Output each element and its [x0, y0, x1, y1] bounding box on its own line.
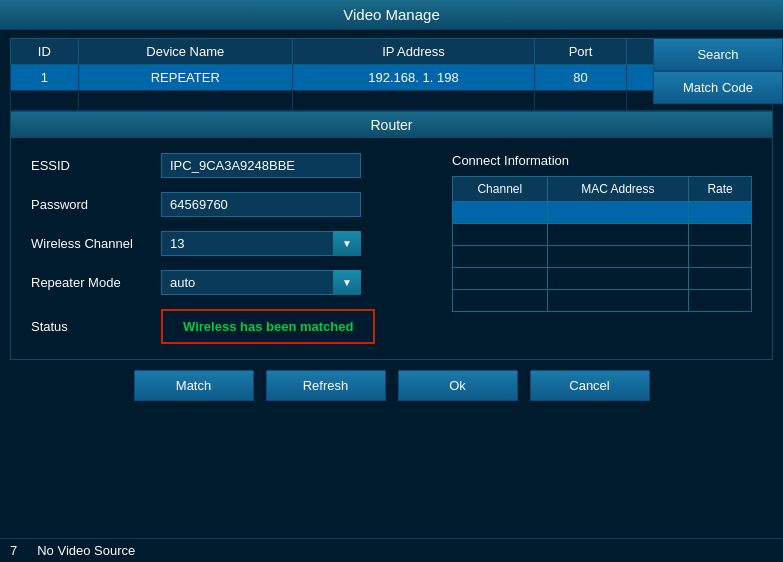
ok-button[interactable]: Ok	[398, 370, 518, 401]
connect-rate-3	[689, 246, 752, 268]
device-port: 80	[535, 65, 627, 91]
refresh-button[interactable]: Refresh	[266, 370, 386, 401]
match-button[interactable]: Match	[134, 370, 254, 401]
router-body: ESSID Password Wireless Channel 13 ▼ Rep…	[11, 138, 772, 359]
essid-row: ESSID	[31, 153, 432, 178]
top-right-buttons: Search Match Code	[653, 38, 783, 104]
connect-table: Channel MAC Address Rate	[452, 176, 752, 312]
password-row: Password	[31, 192, 432, 217]
status-label: Status	[31, 319, 161, 334]
router-section: Router ESSID Password Wireless Channel 1…	[10, 111, 773, 360]
channel-label: Wireless Channel	[31, 236, 161, 251]
footer-row: 7 No Video Source	[0, 538, 783, 562]
connect-row-1	[453, 202, 752, 224]
connect-info: Connect Information Channel MAC Address …	[452, 153, 752, 344]
repeater-select-wrapper: auto manual ▼	[161, 270, 361, 295]
title-text: Video Manage	[343, 6, 439, 23]
connect-channel-3	[453, 246, 548, 268]
footer-status: No Video Source	[37, 543, 135, 558]
connect-mac-5	[547, 290, 689, 312]
channel-select-wrapper: 13 ▼	[161, 231, 361, 256]
col-id: ID	[11, 39, 79, 65]
connect-col-mac: MAC Address	[547, 177, 689, 202]
footer-id: 7	[10, 543, 17, 558]
status-box: Wireless has been matched	[161, 309, 375, 344]
status-row: Status Wireless has been matched	[31, 309, 432, 344]
repeater-select[interactable]: auto manual	[161, 270, 361, 295]
repeater-label: Repeater Mode	[31, 275, 161, 290]
device-id: 1	[11, 65, 79, 91]
connect-channel-2	[453, 224, 548, 246]
col-ip: IP Address	[292, 39, 534, 65]
connect-rate-4	[689, 268, 752, 290]
connect-col-rate: Rate	[689, 177, 752, 202]
col-port: Port	[535, 39, 627, 65]
router-form: ESSID Password Wireless Channel 13 ▼ Rep…	[31, 153, 432, 344]
connect-channel-5	[453, 290, 548, 312]
connect-row-5	[453, 290, 752, 312]
connect-channel-1	[453, 202, 548, 224]
search-button[interactable]: Search	[653, 38, 783, 71]
router-title: Router	[11, 112, 772, 138]
bottom-buttons: Match Refresh Ok Cancel	[10, 360, 773, 409]
title-bar: Video Manage	[0, 0, 783, 30]
connect-row-2	[453, 224, 752, 246]
password-input[interactable]	[161, 192, 361, 217]
device-name: REPEATER	[78, 65, 292, 91]
connect-mac-3	[547, 246, 689, 268]
connect-row-3	[453, 246, 752, 268]
connect-mac-4	[547, 268, 689, 290]
connect-row-4	[453, 268, 752, 290]
status-text: Wireless has been matched	[183, 319, 353, 334]
connect-rate-5	[689, 290, 752, 312]
channel-row: Wireless Channel 13 ▼	[31, 231, 432, 256]
cancel-button[interactable]: Cancel	[530, 370, 650, 401]
connect-rate-1	[689, 202, 752, 224]
essid-input[interactable]	[161, 153, 361, 178]
connect-mac-2	[547, 224, 689, 246]
essid-label: ESSID	[31, 158, 161, 173]
col-name: Device Name	[78, 39, 292, 65]
match-code-button[interactable]: Match Code	[653, 71, 783, 104]
connect-mac-1	[547, 202, 689, 224]
device-ip: 192.168. 1. 198	[292, 65, 534, 91]
password-label: Password	[31, 197, 161, 212]
connect-col-channel: Channel	[453, 177, 548, 202]
connect-rate-2	[689, 224, 752, 246]
channel-select[interactable]: 13	[161, 231, 361, 256]
connect-channel-4	[453, 268, 548, 290]
connect-info-title: Connect Information	[452, 153, 752, 168]
repeater-row: Repeater Mode auto manual ▼	[31, 270, 432, 295]
